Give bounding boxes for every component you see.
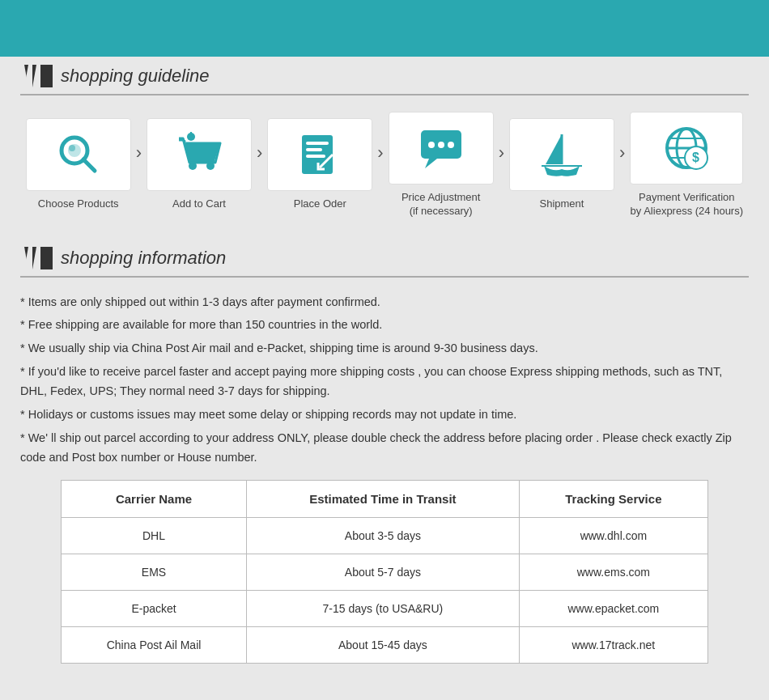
tracking-epacket: www.epacket.com [519,590,707,626]
svg-point-21 [428,142,435,148]
step-shipment: Shipment [509,118,614,211]
step-label-choose-products: Choose Products [38,197,119,211]
arrow-5: › [614,142,630,163]
col-header-carrier: Carrier Name [62,480,247,517]
guideline-header: shopping guideline [20,57,749,95]
information-header-icon [20,247,53,269]
step-label-payment-verification: Payment Verification by Aliexpress (24 h… [631,191,743,218]
step-icon-box-shipment [509,118,614,191]
carrier-chinapost: China Post Ail Mail [62,626,247,663]
arrow-3: › [372,142,388,163]
info-bullet-2: * Free shipping are available for more t… [20,315,749,335]
info-text: * Items are only shipped out within 1-3 … [20,278,749,468]
transit-chinapost: About 15-45 days [247,626,520,663]
info-bullet-5: * Holidays or customs issues may meet so… [20,405,749,425]
step-price-adjustment: Price Adjustment (if necessary) [389,112,494,218]
col-header-tracking: Tracking Service [519,480,707,517]
cart-icon [175,130,223,179]
info-bullet-4: * If you'd like to receive parcel faster… [20,362,749,401]
steps-container: Choose Products › Add to Cart › [0,95,769,239]
svg-rect-17 [306,155,325,158]
table-row: E-packet 7-15 days (to USA&RU) www.epack… [62,590,708,626]
table-header-row: Carrier Name Estimated Time in Transit T… [62,480,708,517]
step-label-place-order: Place Oder [294,197,346,211]
receipt-icon [295,130,344,179]
boat-icon [537,130,586,179]
carrier-dhl: DHL [62,517,247,554]
table-row: DHL About 3-5 days www.dhl.com [62,517,708,554]
info-bullet-1: * Items are only shipped out within 1-3 … [20,292,749,312]
tracking-dhl: www.dhl.com [519,517,707,554]
transit-epacket: 7-15 days (to USA&RU) [247,590,520,626]
search-icon [54,130,103,179]
svg-point-23 [448,142,454,148]
svg-text:$: $ [692,151,699,164]
tracking-chinapost: www.17track.net [519,626,707,663]
step-label-add-to-cart: Add to Cart [172,197,226,211]
svg-point-22 [438,142,444,148]
top-banner [0,0,769,57]
step-icon-box-payment-verification: $ [630,112,743,185]
step-payment-verification: $ Payment Verification by Aliexpress (24… [630,112,743,218]
table-row: China Post Ail Mail About 15-45 days www… [62,626,708,663]
step-label-price-adjustment: Price Adjustment (if necessary) [401,191,481,218]
info-bullet-6: * We' ll ship out parcel according to yo… [20,428,749,468]
step-choose-products: Choose Products [26,118,131,211]
step-icon-box-add-to-cart [147,118,252,191]
svg-point-7 [69,145,75,151]
svg-rect-15 [306,142,329,145]
information-title: shopping information [61,248,226,269]
arrow-2: › [252,142,267,163]
info-bullet-3: * We usually ship via China Post Air mai… [20,338,749,358]
chat-icon [417,124,465,172]
step-add-to-cart: Add to Cart [147,118,252,211]
step-icon-box-place-order [267,118,372,191]
svg-line-6 [83,159,95,171]
transit-ems: About 5-7 days [247,554,520,590]
tracking-ems: www.ems.com [519,554,707,590]
svg-rect-16 [306,148,322,151]
carrier-epacket: E-packet [62,590,247,626]
svg-marker-20 [425,159,437,168]
globe-icon: $ [662,124,711,172]
arrow-4: › [494,142,509,163]
info-section: * Items are only shipped out within 1-3 … [0,278,769,700]
shipping-table-container: Carrier Name Estimated Time in Transit T… [61,480,708,664]
step-place-order: Place Oder [267,118,372,211]
information-header: shopping information [20,239,749,278]
step-label-shipment: Shipment [540,197,584,211]
guideline-header-icon [20,65,53,87]
table-row: EMS About 5-7 days www.ems.com [62,554,708,590]
guideline-title: shopping guideline [61,66,210,87]
svg-marker-24 [546,134,562,164]
step-icon-box-price-adjustment [389,112,494,185]
arrow-1: › [131,142,147,163]
col-header-transit: Estimated Time in Transit [247,480,520,517]
carrier-ems: EMS [62,554,247,590]
transit-dhl: About 3-5 days [247,517,520,554]
shipping-table: Carrier Name Estimated Time in Transit T… [61,480,708,664]
step-icon-box-choose-products [26,118,131,191]
